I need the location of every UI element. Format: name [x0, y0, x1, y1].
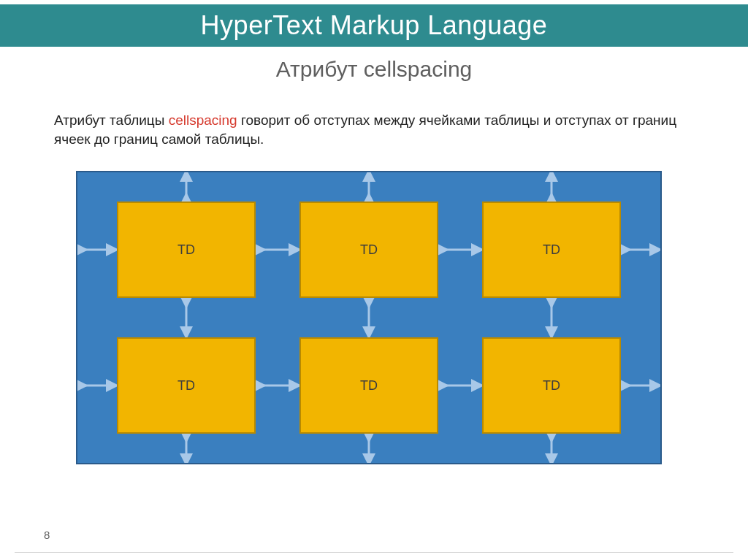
gap-top	[299, 172, 438, 202]
gap-corner	[256, 298, 299, 337]
gap-corner	[77, 434, 117, 463]
gap-corner	[438, 434, 482, 463]
page-number: 8	[44, 529, 50, 541]
title-bar: HyperText Markup Language	[0, 4, 748, 47]
gap-h	[256, 202, 299, 298]
keyword-cellspacing: cellspacing	[169, 112, 237, 128]
cellspacing-diagram: TD TD TD TD TD TD	[76, 171, 662, 464]
divider	[15, 552, 733, 553]
gap-h	[438, 337, 482, 434]
gap-corner	[621, 298, 660, 337]
cell-label: TD	[178, 242, 195, 258]
gap-bottom	[299, 434, 438, 463]
gap-corner	[438, 298, 482, 337]
gap-v	[117, 298, 256, 337]
table-cell: TD	[482, 337, 621, 434]
table-cell: TD	[117, 202, 256, 298]
diagram-grid: TD TD TD TD TD TD	[77, 172, 660, 463]
body-text: Атрибут таблицы cellspacing говорит об о…	[54, 111, 704, 148]
gap-top	[117, 172, 256, 202]
table-cell: TD	[482, 202, 621, 298]
cell-label: TD	[360, 242, 378, 258]
gap-v	[299, 298, 438, 337]
gap-top	[482, 172, 621, 202]
cell-label: TD	[178, 378, 195, 394]
cell-label: TD	[543, 242, 560, 258]
subtitle: Атрибут cellspacing	[0, 57, 748, 82]
gap-corner	[77, 172, 117, 202]
table-cell: TD	[299, 202, 438, 298]
gap-corner	[256, 434, 299, 463]
gap-corner	[621, 434, 660, 463]
gap-right	[621, 202, 660, 298]
gap-bottom	[482, 434, 621, 463]
cell-label: TD	[360, 378, 378, 394]
gap-corner	[438, 172, 482, 202]
gap-v	[482, 298, 621, 337]
table-cell: TD	[117, 337, 256, 434]
gap-corner	[256, 172, 299, 202]
gap-corner	[621, 172, 660, 202]
gap-h	[256, 337, 299, 434]
gap-left	[77, 202, 117, 298]
body-prefix: Атрибут таблицы	[54, 112, 169, 128]
gap-right	[621, 337, 660, 434]
gap-left	[77, 337, 117, 434]
table-cell: TD	[299, 337, 438, 434]
page-title: HyperText Markup Language	[201, 10, 548, 41]
gap-bottom	[117, 434, 256, 463]
gap-corner	[77, 298, 117, 337]
slide: HyperText Markup Language Атрибут cellsp…	[0, 0, 748, 560]
gap-h	[438, 202, 482, 298]
cell-label: TD	[543, 378, 560, 394]
